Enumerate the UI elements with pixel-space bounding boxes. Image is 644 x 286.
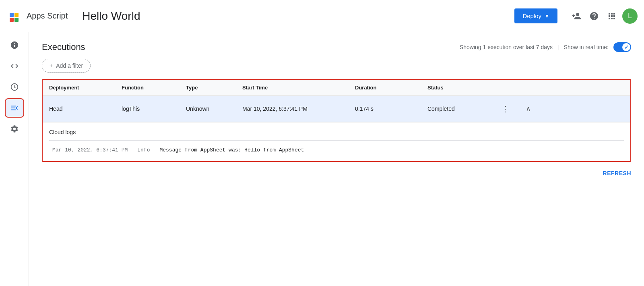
- sidebar-item-editor[interactable]: [5, 56, 24, 76]
- add-person-icon: [572, 11, 581, 21]
- avatar-letter: L: [628, 12, 632, 20]
- table-row: Head logThis Unknown Mar 10, 2022, 6:37:…: [43, 96, 630, 122]
- filter-area: + Add a filter: [42, 59, 631, 73]
- deploy-chevron-icon: ▼: [545, 13, 549, 19]
- cell-more-actions: ⋮: [500, 102, 524, 115]
- svg-marker-0: [8, 10, 21, 24]
- app-logo[interactable]: Apps Script: [6, 8, 77, 24]
- clock-icon: [10, 83, 19, 91]
- executions-header: Executions Showing 1 execution over last…: [42, 42, 631, 52]
- log-level: Info: [137, 147, 150, 153]
- log-entry: Mar 10, 2022, 6:37:41 PM Info Message fr…: [49, 145, 624, 155]
- col-function: Function: [122, 85, 186, 91]
- log-divider: [49, 140, 624, 141]
- app-header: Apps Script Hello World Deploy ▼ L: [0, 0, 644, 32]
- sidebar: [0, 32, 29, 286]
- cell-start-time: Mar 10, 2022, 6:37:41 PM: [242, 106, 355, 112]
- realtime-toggle-container: ✓: [613, 42, 631, 52]
- cell-duration: 0.174 s: [355, 106, 427, 112]
- help-icon: [589, 11, 599, 21]
- user-avatar[interactable]: L: [622, 8, 638, 24]
- cell-type: Unknown: [186, 106, 242, 112]
- row-more-options-button[interactable]: ⋮: [500, 102, 511, 115]
- sidebar-item-overview[interactable]: [5, 35, 24, 55]
- svg-rect-4: [14, 18, 19, 22]
- cell-status: Completed: [427, 106, 500, 112]
- col-expand: [524, 85, 540, 91]
- executions-info: Showing 1 execution over last 7 days | S…: [460, 42, 631, 52]
- cell-deployment: Head: [49, 106, 122, 112]
- apps-grid-button[interactable]: [603, 7, 621, 25]
- add-filter-label: Add a filter: [56, 62, 83, 69]
- project-name-label: Hello World: [82, 10, 140, 23]
- refresh-area: REFRESH: [42, 165, 631, 181]
- col-type: Type: [186, 85, 242, 91]
- row-collapse-button[interactable]: ∧: [524, 103, 533, 115]
- cloud-logs-title: Cloud logs: [49, 129, 624, 135]
- main-content: Executions Showing 1 execution over last…: [29, 32, 644, 286]
- apps-grid-icon: [607, 11, 617, 21]
- svg-rect-1: [10, 13, 14, 17]
- log-message: Message from AppSheet was: Hello from Ap…: [159, 147, 304, 153]
- col-start-time: Start Time: [242, 85, 355, 91]
- add-person-button[interactable]: [568, 7, 585, 25]
- add-filter-button[interactable]: + Add a filter: [42, 59, 91, 73]
- executions-summary: Showing 1 execution over last 7 days: [460, 44, 553, 50]
- realtime-label: Show in real time:: [564, 44, 609, 50]
- sidebar-item-executions[interactable]: [5, 98, 24, 118]
- settings-icon: [10, 124, 19, 133]
- toggle-check-icon: ✓: [624, 44, 629, 50]
- log-section: Cloud logs Mar 10, 2022, 6:37:41 PM Info…: [43, 122, 630, 161]
- executions-table-container: Deployment Function Type Start Time Dura…: [42, 79, 631, 162]
- log-timestamp: Mar 10, 2022, 6:37:41 PM: [52, 147, 128, 153]
- deploy-button[interactable]: Deploy ▼: [514, 8, 557, 23]
- executions-icon: [10, 104, 19, 112]
- apps-script-logo-icon: [6, 8, 23, 24]
- info-pipe-divider: |: [557, 44, 559, 50]
- cell-collapse: ∧: [524, 103, 540, 115]
- toggle-knob: ✓: [622, 43, 630, 51]
- realtime-toggle[interactable]: ✓: [613, 42, 631, 52]
- main-layout: Executions Showing 1 execution over last…: [0, 32, 644, 286]
- col-deployment: Deployment: [49, 85, 122, 91]
- app-name-label: Apps Script: [27, 11, 68, 21]
- refresh-button[interactable]: REFRESH: [603, 170, 631, 176]
- add-filter-plus-icon: +: [50, 62, 53, 69]
- table-header-row: Deployment Function Type Start Time Dura…: [43, 80, 630, 96]
- sidebar-item-triggers[interactable]: [5, 77, 24, 97]
- sidebar-item-settings[interactable]: [5, 119, 24, 139]
- header-vertical-divider: [564, 9, 564, 23]
- deploy-label: Deploy: [522, 12, 541, 19]
- info-icon: [10, 41, 19, 50]
- cell-function: logThis: [122, 106, 186, 112]
- svg-rect-2: [10, 18, 14, 22]
- col-status: Status: [427, 85, 500, 91]
- col-actions: [500, 85, 524, 91]
- svg-rect-3: [14, 13, 19, 17]
- code-icon: [10, 62, 19, 70]
- executions-title: Executions: [42, 42, 85, 52]
- help-button[interactable]: [585, 7, 603, 25]
- col-duration: Duration: [355, 85, 427, 91]
